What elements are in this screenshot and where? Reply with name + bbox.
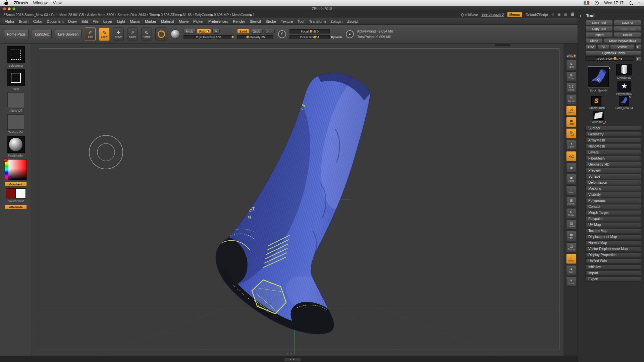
import-button[interactable]: Import — [585, 32, 613, 37]
default-zscript-button[interactable]: DefaultZScript — [526, 13, 548, 17]
menu-item[interactable]: Zplugin — [328, 19, 344, 24]
tool-section-header[interactable]: Polygroups — [585, 198, 641, 203]
main-color-swatch[interactable] — [6, 188, 16, 198]
slider-thumb[interactable] — [247, 36, 249, 39]
clone-button[interactable]: Clone — [585, 38, 603, 43]
sock-model[interactable]: ET N — [159, 64, 395, 347]
menu-bar-clock[interactable]: Wed 17:17 — [604, 1, 624, 5]
lazy-mouse-icon[interactable]: ● — [346, 30, 354, 38]
rotate-mode-button[interactable]: ↻ Rotate — [141, 27, 152, 41]
tool-section-header[interactable]: Vector Displacement Map — [585, 246, 641, 251]
draw-size-slider[interactable]: Draw Size 64 — [289, 35, 330, 39]
pen-pressure-icon[interactable]: ✐ — [551, 13, 554, 16]
m-button[interactable]: M — [212, 29, 220, 34]
hue-strip[interactable] — [5, 160, 8, 180]
goz-visible-button[interactable]: Visible — [610, 44, 634, 49]
viewport-tool-button[interactable]: 1:1 Actual — [566, 83, 576, 93]
tool-section-header[interactable]: ArrayMesh — [585, 138, 641, 143]
menu-item[interactable]: Picker — [191, 19, 206, 24]
viewport-tool-button[interactable]: ◉ — [566, 163, 576, 173]
panel-collapse-chevron-icon[interactable]: ‹ — [580, 13, 581, 18]
zsub-button[interactable]: Zsub — [251, 29, 263, 34]
menu-item[interactable]: Macro — [128, 19, 142, 24]
stroke-rect[interactable]: Rect — [7, 69, 25, 90]
spotlight-icon[interactable] — [629, 1, 632, 5]
zcut-button[interactable]: Zcut — [264, 29, 275, 34]
tool-section-header[interactable]: FiberMesh — [585, 156, 641, 161]
live-boolean-button[interactable]: Live Boolean — [55, 29, 82, 39]
saturation-value-square[interactable] — [8, 160, 26, 180]
texture-off-thumbnail[interactable] — [7, 114, 24, 130]
rect-thumbnail[interactable] — [7, 69, 25, 86]
menu-item[interactable]: Draw — [66, 19, 79, 24]
tool-section-header[interactable]: Display Properties — [585, 252, 641, 257]
slider-thumb[interactable] — [310, 30, 312, 33]
menu-item[interactable]: File — [91, 19, 101, 24]
tool-section-header[interactable]: Masking — [585, 186, 641, 191]
time-machine-icon[interactable] — [595, 1, 599, 5]
active-tool-thumbnail[interactable]: 5 — [588, 67, 609, 87]
save-as-button[interactable]: Save As — [614, 20, 641, 25]
fastshader-thumbnail[interactable] — [7, 136, 25, 153]
tool-section-header[interactable]: Geometry HD — [585, 162, 641, 167]
goz-button[interactable]: GoZ — [585, 44, 597, 49]
viewport-tool-button[interactable]: ✶ Xpose — [566, 277, 576, 287]
tool-section-header[interactable]: Initialize — [585, 264, 641, 269]
menu-item[interactable]: Render — [231, 19, 247, 24]
tool-section-header[interactable]: Import — [585, 270, 641, 276]
color-picker[interactable] — [5, 159, 27, 180]
spix-slider[interactable]: SPix 3 — [566, 54, 576, 58]
viewport-tool-button[interactable]: ▦ Floor — [566, 117, 576, 127]
viewport-tool-button[interactable]: ◎ Local — [566, 128, 576, 138]
goz-r-button[interactable]: R — [635, 44, 641, 49]
current-brush-button[interactable] — [155, 27, 167, 41]
tool-section-header[interactable]: NanoMesh — [585, 144, 641, 149]
paste-tool-button[interactable]: Paste Tool — [614, 26, 641, 31]
zadd-button[interactable]: Zadd — [237, 29, 250, 34]
slider-r-button[interactable]: R — [635, 56, 641, 61]
copy-tool-button[interactable]: Copy Tool — [585, 26, 613, 31]
edit-mode-button[interactable]: ✐ Edit — [85, 27, 96, 41]
viewport-tool-button[interactable]: ↻ Rotate — [566, 208, 576, 218]
viewport-tool-button[interactable]: ◌ Ghost — [566, 254, 576, 264]
zoom-window-button[interactable] — [12, 7, 15, 10]
menu-item[interactable]: Transform — [307, 19, 328, 24]
tool-section-header[interactable]: Visibility — [585, 192, 641, 197]
apple-menu-icon[interactable] — [4, 1, 8, 5]
menu-item[interactable]: Stroke — [263, 19, 278, 24]
slider-thumb[interactable] — [614, 57, 616, 60]
current-material-button[interactable] — [171, 29, 180, 39]
stroke-selector[interactable]: SelectRect — [7, 46, 25, 67]
goz-all-button[interactable]: All — [598, 44, 609, 49]
selectrect-thumbnail[interactable] — [7, 46, 25, 63]
palette-dock-icon[interactable]: ▤ — [564, 13, 567, 16]
viewport-tool-button[interactable]: ● Solo — [566, 265, 576, 275]
polymesh3d-thumbnail[interactable]: ★ — [618, 81, 631, 92]
tool-section-header[interactable]: Morph Target — [585, 210, 641, 215]
menu-item[interactable]: Layer — [101, 19, 115, 24]
viewport-tool-button[interactable]: ↔ Move — [566, 185, 576, 195]
window-hscrollbar[interactable]: ◂ ▸ — [284, 358, 301, 361]
home-page-button[interactable]: Home Page — [4, 29, 29, 39]
tool-section-header[interactable]: Texture Map — [585, 228, 641, 233]
gradient-toggle[interactable]: Gradient — [5, 182, 27, 186]
menu-item[interactable]: Tool — [296, 19, 306, 24]
viewport-tool-button[interactable]: ⊕ Zoom — [566, 71, 576, 81]
menu-item[interactable]: Light — [115, 19, 127, 24]
tool-section-header[interactable]: Unified Skin — [585, 258, 641, 263]
lightbox-tools-button[interactable]: Lightbox►Tools — [585, 50, 641, 55]
color-swatch-pair[interactable] — [6, 188, 26, 198]
cylinder3d-thumbnail[interactable] — [616, 64, 632, 75]
menu-item[interactable]: Edit — [79, 19, 90, 24]
viewport-tool-button[interactable]: ◫ Transp — [566, 242, 576, 252]
subtool-index-slider[interactable]: Sock_New 04. 48 — [585, 56, 634, 61]
menu-item[interactable]: Brush — [17, 19, 31, 24]
sock-subtool-thumbnail[interactable]: 5 — [619, 96, 629, 106]
tool-section-header[interactable]: Contact — [585, 204, 641, 209]
alpha-selector[interactable]: Alpha Off — [7, 93, 24, 112]
app-menu[interactable]: ZBrush — [14, 1, 28, 5]
tool-section-header[interactable]: Deformation — [585, 180, 641, 185]
menu-item[interactable]: Stencil — [248, 19, 263, 24]
document-viewport[interactable]: ET N ◂ ▸ — [32, 44, 564, 356]
tool-section-header[interactable]: Preview — [585, 168, 641, 173]
